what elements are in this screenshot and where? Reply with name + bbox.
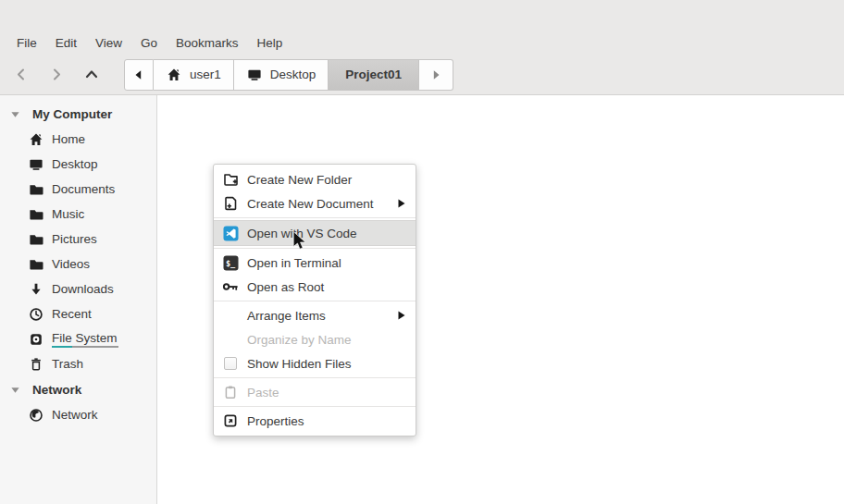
breadcrumb-scroll-left-button[interactable] bbox=[124, 59, 154, 91]
file-manager-window: { "menubar": { "items": [ {"label":"File… bbox=[0, 0, 844, 504]
vscode-icon bbox=[222, 226, 239, 240]
sidebar-item-videos[interactable]: Videos bbox=[0, 252, 156, 277]
tri-left-icon bbox=[130, 68, 147, 82]
sidebar-item-label: File System bbox=[52, 331, 118, 345]
sidebar-item-label: Home bbox=[52, 132, 85, 146]
menu-item-label: Arrange Items bbox=[247, 309, 388, 323]
drive-icon bbox=[28, 332, 44, 347]
menu-separator bbox=[214, 301, 416, 301]
terminal-icon: $_ bbox=[222, 255, 239, 270]
globe-icon bbox=[28, 408, 44, 423]
clipboard-icon bbox=[222, 385, 239, 400]
sidebar-item-label: Network bbox=[52, 408, 98, 422]
file-plus-icon bbox=[222, 196, 239, 211]
menu-separator bbox=[214, 406, 416, 407]
sidebar-item-desktop[interactable]: Desktop bbox=[0, 152, 156, 177]
folder-icon bbox=[28, 207, 44, 222]
sidebar-section-label: My Computer bbox=[32, 107, 112, 121]
menu-item-label: Paste bbox=[247, 386, 406, 400]
context-menu-item-create-new-document[interactable]: Create New Document bbox=[214, 191, 416, 215]
context-menu-item-arrange-items[interactable]: Arrange Items bbox=[214, 303, 416, 327]
desktop-icon bbox=[28, 157, 44, 172]
forward-button[interactable] bbox=[39, 59, 74, 91]
menu-item-label: Open with VS Code bbox=[247, 227, 406, 240]
context-menu-item-organize-by-name: Organize by Name bbox=[214, 327, 416, 351]
expander-icon bbox=[6, 382, 23, 397]
sidebar-item-trash[interactable]: Trash bbox=[0, 351, 156, 376]
menubar-item-help[interactable]: Help bbox=[248, 33, 292, 53]
sidebar-item-label: Music bbox=[52, 207, 84, 221]
sidebar-item-label: Pictures bbox=[52, 232, 97, 246]
up-button[interactable] bbox=[74, 59, 109, 91]
window-titlebar bbox=[0, 0, 844, 31]
breadcrumb-label: Desktop bbox=[270, 68, 316, 81]
menubar-item-file[interactable]: File bbox=[7, 33, 46, 53]
menubar-item-bookmarks[interactable]: Bookmarks bbox=[167, 33, 248, 53]
breadcrumb-desktop-button[interactable]: Desktop bbox=[234, 59, 329, 91]
hidden-files-checkbox[interactable] bbox=[222, 356, 239, 371]
mouse-cursor bbox=[292, 231, 306, 251]
breadcrumb-label: Project01 bbox=[345, 68, 402, 81]
sidebar-item-home[interactable]: Home bbox=[0, 127, 156, 152]
sidebar-item-downloads[interactable]: Downloads bbox=[0, 277, 156, 301]
sidebar-item-label: Desktop bbox=[52, 157, 98, 171]
menu-item-label: Open as Root bbox=[247, 280, 406, 294]
tri-right-icon bbox=[428, 68, 444, 82]
sidebar: My ComputerHomeDesktopDocumentsMusicPict… bbox=[0, 95, 157, 504]
trash-icon bbox=[28, 357, 44, 372]
desktop-icon bbox=[246, 68, 263, 82]
sidebar-item-label: Trash bbox=[52, 357, 83, 371]
breadcrumb: user1DesktopProject01 bbox=[124, 59, 453, 91]
home-icon bbox=[28, 132, 44, 147]
chevron-right-icon bbox=[48, 68, 65, 82]
context-menu-item-create-new-folder[interactable]: Create New Folder bbox=[214, 167, 416, 191]
menubar-item-go[interactable]: Go bbox=[131, 33, 167, 53]
context-menu-item-open-with-vs-code[interactable]: Open with VS Code bbox=[214, 220, 416, 246]
icon-spacer bbox=[222, 332, 239, 347]
nav-buttons bbox=[4, 59, 109, 91]
submenu-arrow-icon bbox=[396, 310, 406, 321]
folder-icon bbox=[28, 182, 44, 197]
sidebar-item-label: Videos bbox=[52, 257, 90, 271]
context-menu-item-paste: Paste bbox=[214, 380, 416, 404]
home-icon bbox=[166, 68, 182, 82]
context-menu: Create New FolderCreate New DocumentOpen… bbox=[213, 164, 416, 436]
menubar-item-view[interactable]: View bbox=[86, 33, 131, 53]
menu-bar: FileEditViewGoBookmarksHelp bbox=[0, 31, 844, 55]
download-icon bbox=[28, 282, 44, 297]
content-area: My ComputerHomeDesktopDocumentsMusicPict… bbox=[0, 95, 844, 504]
sidebar-item-documents[interactable]: Documents bbox=[0, 177, 156, 202]
breadcrumb-scroll-right-button[interactable] bbox=[419, 59, 453, 91]
breadcrumb-user1-button[interactable]: user1 bbox=[154, 59, 234, 91]
folder-plus-icon bbox=[222, 172, 239, 187]
sidebar-item-recent[interactable]: Recent bbox=[0, 301, 156, 326]
sidebar-section-label: Network bbox=[32, 383, 81, 397]
sidebar-item-music[interactable]: Music bbox=[0, 202, 156, 227]
menubar-item-edit[interactable]: Edit bbox=[46, 33, 86, 53]
toolbar: user1DesktopProject01 bbox=[0, 55, 844, 95]
menu-separator bbox=[214, 248, 416, 249]
submenu-arrow-icon bbox=[396, 198, 406, 209]
breadcrumb-project01-button[interactable]: Project01 bbox=[329, 59, 419, 91]
menu-item-label: Properties bbox=[247, 414, 406, 428]
context-menu-item-properties[interactable]: Properties bbox=[214, 409, 416, 433]
context-menu-item-open-in-terminal[interactable]: $_Open in Terminal bbox=[214, 251, 416, 275]
menu-item-label: Create New Folder bbox=[247, 173, 406, 187]
back-button[interactable] bbox=[4, 59, 39, 91]
expander-icon bbox=[6, 106, 23, 121]
context-menu-item-show-hidden-files[interactable]: Show Hidden Files bbox=[214, 351, 416, 375]
folder-icon bbox=[28, 232, 44, 247]
disk-usage-bar bbox=[52, 346, 118, 348]
sidebar-section-my-computer[interactable]: My Computer bbox=[0, 101, 156, 127]
context-menu-item-open-as-root[interactable]: Open as Root bbox=[214, 275, 416, 299]
chevron-up-icon bbox=[83, 68, 100, 82]
icon-spacer bbox=[222, 308, 239, 323]
svg-text:$_: $_ bbox=[226, 258, 236, 267]
menu-separator bbox=[214, 217, 416, 218]
sidebar-item-file-system[interactable]: File System bbox=[0, 326, 156, 351]
sidebar-item-network[interactable]: Network bbox=[0, 402, 156, 427]
clock-icon bbox=[28, 307, 44, 322]
sidebar-item-label: Recent bbox=[52, 307, 92, 321]
sidebar-item-pictures[interactable]: Pictures bbox=[0, 227, 156, 252]
sidebar-section-network[interactable]: Network bbox=[0, 376, 156, 402]
